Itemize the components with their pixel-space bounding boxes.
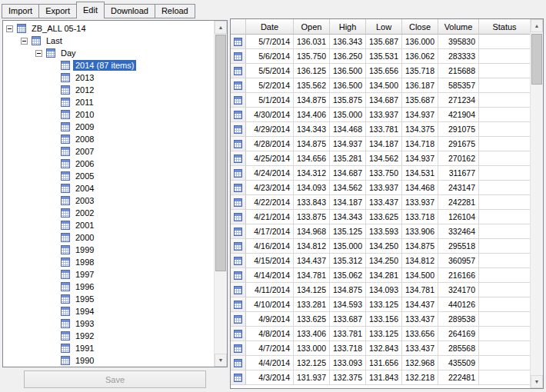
cell-high[interactable]: 133.718 [330, 341, 366, 356]
cell-volume[interactable]: 332464 [438, 224, 479, 239]
cell-date[interactable]: 5/5/2014 [246, 64, 294, 78]
row-header[interactable] [231, 312, 246, 327]
tree-item-label[interactable]: 2002 [73, 208, 96, 218]
grid-corner-cell[interactable] [231, 19, 246, 35]
cell-high[interactable]: 134.875 [330, 283, 366, 297]
row-header[interactable] [231, 341, 246, 356]
cell-volume[interactable]: 311677 [438, 166, 479, 181]
tree-item-label[interactable]: 1996 [73, 281, 96, 292]
cell-open[interactable]: 134.343 [294, 122, 330, 137]
cell-close[interactable]: 132.968 [402, 356, 438, 370]
row-header[interactable] [231, 195, 246, 210]
cell-open[interactable]: 136.031 [294, 35, 330, 49]
tree-item-1996[interactable]: 1996 [3, 281, 214, 293]
tree-item-1999[interactable]: 1999 [3, 244, 214, 256]
collapse-toggle-icon[interactable] [6, 25, 13, 32]
cell-status[interactable] [479, 327, 530, 341]
tree-item-label[interactable]: Last [44, 35, 65, 46]
cell-close[interactable]: 136.062 [402, 49, 438, 64]
tree-item-1992[interactable]: 1992 [3, 330, 214, 342]
tree-item-label[interactable]: 2014 (87 items) [73, 60, 136, 71]
row-header[interactable] [231, 35, 246, 49]
cell-date[interactable]: 4/7/2014 [246, 341, 294, 356]
tree-item-1995[interactable]: 1995 [3, 293, 214, 305]
row-header[interactable] [231, 49, 246, 64]
column-header-date[interactable]: Date [246, 19, 294, 35]
cell-open[interactable]: 135.750 [294, 49, 330, 64]
tree-item-label[interactable]: 2013 [73, 72, 96, 83]
tree-item-2010[interactable]: 2010 [3, 108, 214, 121]
column-header-high[interactable]: High [330, 19, 366, 35]
cell-volume[interactable]: 216166 [438, 268, 479, 283]
column-header-low[interactable]: Low [366, 19, 402, 35]
cell-volume[interactable]: 215688 [438, 64, 479, 78]
tree-item-2005[interactable]: 2005 [3, 170, 214, 182]
cell-low[interactable]: 135.656 [366, 64, 402, 78]
tree-item-2008[interactable]: 2008 [3, 133, 214, 145]
cell-volume[interactable]: 395830 [438, 35, 479, 49]
cell-status[interactable] [479, 283, 530, 297]
grid-scrollbar[interactable]: ▲ ▼ [530, 19, 543, 388]
cell-status[interactable] [479, 210, 530, 224]
tree-item-label[interactable]: 1993 [73, 318, 96, 329]
cell-open[interactable]: 133.406 [294, 327, 330, 341]
cell-open[interactable]: 134.781 [294, 268, 330, 283]
scroll-up-icon[interactable]: ▲ [531, 19, 543, 32]
cell-date[interactable]: 4/9/2014 [246, 312, 294, 327]
cell-status[interactable] [479, 64, 530, 78]
row-header[interactable] [231, 181, 246, 195]
cell-volume[interactable]: 435509 [438, 356, 479, 370]
cell-low[interactable]: 133.937 [366, 181, 402, 195]
cell-volume[interactable]: 440126 [438, 297, 479, 312]
cell-volume[interactable]: 126104 [438, 210, 479, 224]
tree-item-1997[interactable]: 1997 [3, 268, 214, 281]
tree-view[interactable]: ZB_ALL 05-14LastDay2014 (87 items)201320… [3, 21, 214, 367]
cell-status[interactable] [479, 93, 530, 108]
tree-item-label[interactable]: 2012 [73, 85, 96, 95]
cell-low[interactable]: 133.125 [366, 297, 402, 312]
tree-item-2014-87-items[interactable]: 2014 (87 items) [3, 59, 214, 71]
tree-item-label[interactable]: 2006 [73, 158, 96, 169]
cell-high[interactable]: 135.000 [330, 239, 366, 254]
tree-item-2002[interactable]: 2002 [3, 207, 214, 219]
cell-volume[interactable]: 271234 [438, 93, 479, 108]
tree-item-label[interactable]: 2009 [73, 121, 96, 132]
cell-date[interactable]: 4/4/2014 [246, 356, 294, 370]
cell-date[interactable]: 4/29/2014 [246, 122, 294, 137]
cell-close[interactable]: 133.437 [402, 341, 438, 356]
cell-volume[interactable]: 295518 [438, 239, 479, 254]
cell-status[interactable] [479, 122, 530, 137]
cell-volume[interactable]: 291675 [438, 137, 479, 151]
row-header[interactable] [231, 327, 246, 341]
cell-low[interactable]: 133.781 [366, 122, 402, 137]
cell-open[interactable]: 134.437 [294, 254, 330, 268]
tree-item-1991[interactable]: 1991 [3, 342, 214, 354]
scroll-up-icon[interactable]: ▲ [215, 21, 227, 34]
cell-open[interactable]: 132.125 [294, 356, 330, 370]
cell-status[interactable] [479, 49, 530, 64]
cell-low[interactable]: 133.937 [366, 108, 402, 122]
cell-date[interactable]: 5/7/2014 [246, 35, 294, 49]
row-header[interactable] [231, 64, 246, 78]
cell-low[interactable]: 131.656 [366, 356, 402, 370]
cell-high[interactable]: 133.093 [330, 356, 366, 370]
tree-item-2013[interactable]: 2013 [3, 71, 214, 84]
cell-date[interactable]: 4/10/2014 [246, 297, 294, 312]
cell-low[interactable]: 131.843 [366, 370, 402, 385]
cell-close[interactable]: 134.937 [402, 108, 438, 122]
cell-status[interactable] [479, 108, 530, 122]
cell-date[interactable]: 4/24/2014 [246, 166, 294, 181]
tab-download[interactable]: Download [104, 4, 155, 18]
tree-item-label[interactable]: 1990 [73, 355, 96, 366]
cell-close[interactable]: 134.375 [402, 122, 438, 137]
cell-volume[interactable]: 289538 [438, 312, 479, 327]
tree-item-label[interactable]: 2003 [73, 195, 96, 206]
cell-high[interactable]: 135.875 [330, 93, 366, 108]
column-header-volume[interactable]: Volume [438, 19, 479, 35]
cell-close[interactable]: 134.781 [402, 283, 438, 297]
tree-item-2009[interactable]: 2009 [3, 121, 214, 133]
row-header[interactable] [231, 356, 246, 370]
cell-close[interactable]: 134.531 [402, 166, 438, 181]
cell-close[interactable]: 135.718 [402, 64, 438, 78]
cell-status[interactable] [479, 370, 530, 385]
